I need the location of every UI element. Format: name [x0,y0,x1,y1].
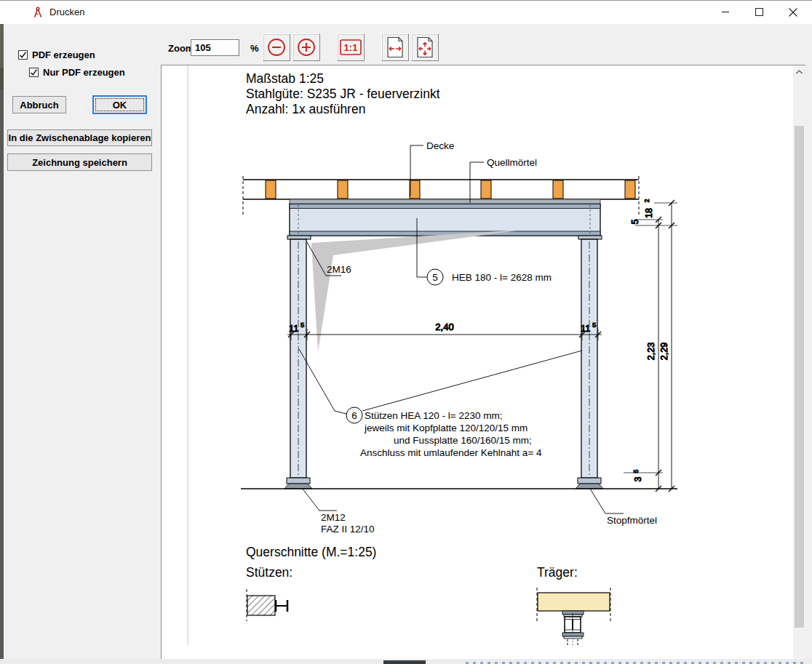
zoom-in-icon [296,37,317,57]
maximize-icon [755,8,763,16]
ok-button[interactable]: OK [92,95,147,114]
quellmoertel-layer [290,199,600,204]
pos6-bubble: 6 [351,410,357,421]
close-button[interactable] [776,1,809,23]
print-dialog-window: Drucken PDF erzeugen Nur PDF erzeugen Ab… [0,0,812,664]
zoom-out-icon [266,37,287,57]
dim-column-length: 2,23 [646,343,656,360]
one-to-one-text: 1:1 [344,42,358,53]
window-title: Drucken [49,7,84,17]
dim-base-gap-sup: 5 [632,469,640,473]
scroll-up-button[interactable] [793,65,805,78]
beam-heb180 [290,204,600,236]
close-icon [789,8,797,17]
weld-shading [311,230,523,352]
dimension-heights: 5 18 2 2,23 2,29 3 5 [624,199,677,492]
maximize-button[interactable] [743,1,776,23]
label-2m12: 2M12 [321,512,346,523]
pdf-erzeugen-checkbox[interactable] [18,50,28,60]
dim-col-width-left-sup: 5 [300,321,304,329]
sections-traeger-label: Träger: [537,565,578,580]
dim-col-width-left: 11 [289,323,299,334]
label-stopfmoertel: Stopfmörtel [607,515,657,526]
check-icon [19,51,27,59]
dim-beam-height: 18 [644,208,654,218]
cross-sections: Querschnitte (M.=1:25) Stützen: Träger: [246,545,610,645]
nur-pdf-label: Nur PDF erzeugen [43,67,125,78]
abbruch-button[interactable]: Abbruch [12,96,66,113]
dimension-span: 11 5 2,40 11 5 [287,321,602,340]
dim-total-height: 2,29 [659,343,669,360]
pdf-erzeugen-row: PDF erzeugen [18,49,95,60]
zoom-in-button[interactable] [292,33,320,61]
header-stahlguete: Stahlgüte: S235 JR - feuerverzinkt [246,87,440,101]
copy-to-clipboard-button[interactable]: In die Zwischenablage kopieren [7,129,152,146]
header-anzahl: Anzahl: 1x ausführen [246,102,365,116]
fit-width-button[interactable] [381,33,409,61]
pdf-erzeugen-label: PDF erzeugen [32,49,95,60]
ceiling-joists [266,180,635,199]
vertical-scrollbar[interactable] [793,65,805,664]
sections-title: Querschnitte (M.=1:25) [246,545,376,559]
background-dark-segment [383,660,426,664]
label-faz: FAZ II 12/10 [321,524,375,535]
check-icon [30,68,38,76]
percent-label: % [250,43,259,54]
technical-drawing: Maßstab 1:25 Stahlgüte: S235 JR - feuerv… [162,65,794,645]
dim-base-gap: 3 [633,476,643,481]
nur-pdf-row: Nur PDF erzeugen [29,67,125,78]
traeger-cross-section [537,588,610,645]
dim-span: 2,40 [435,321,453,332]
save-drawing-button[interactable]: Zeichnung speichern [7,153,152,171]
one-to-one-icon: 1:1 [340,39,362,55]
header-massstab: Maßstab 1:25 [246,71,324,86]
fit-page-icon [415,36,434,58]
label-pos6-line1: Stützen HEA 120 - l= 2230 mm; [365,410,502,421]
minimize-button[interactable] [709,1,742,23]
pos5-bubble: 5 [432,272,438,283]
dim-col-width-right-sup: 5 [592,321,596,329]
label-pos6-line2: jeweils mit Kopfplatte 120/120/15 mm [364,423,528,433]
fit-width-icon [386,36,405,58]
dialog-body: PDF erzeugen Nur PDF erzeugen Abbruch OK… [0,24,812,664]
label-pos5: HEB 180 - l= 2628 mm [452,272,552,283]
zoom-out-button[interactable] [263,33,290,61]
sections-stuetzen-label: Stützen: [246,565,292,580]
dim-head-gap: 5 [630,219,640,224]
background-taskbar-strip [0,659,812,664]
label-quellmoertel: Quellmörtel [487,157,537,168]
label-2m16: 2M16 [327,264,351,275]
print-preview-area: Maßstab 1:25 Stahlgüte: S235 JR - feuerv… [161,65,805,664]
fit-page-button[interactable] [411,33,439,61]
app-compass-icon [33,7,43,18]
label-pos6-line3: und Fussplatte 160/160/15 mm; [394,435,532,446]
zoom-input[interactable] [191,39,239,56]
drawing-header: Maßstab 1:25 Stahlgüte: S235 JR - feuerv… [246,71,440,116]
chevron-up-icon [796,70,803,74]
background-window-edge [0,24,4,664]
zoom-one-to-one-button[interactable]: 1:1 [337,33,365,61]
title-bar: Drucken [0,1,812,24]
minimize-icon [722,8,730,16]
stuetzen-cross-section [247,589,288,621]
label-pos6-line4: Anschluss mit umlaufender Kehlnaht a= 4 [360,447,542,458]
dim-beam-height-sup: 2 [643,199,650,202]
dim-col-width-right: 11 [581,323,591,334]
nur-pdf-checkbox[interactable] [29,68,39,77]
vertical-scroll-thumb[interactable] [795,126,804,628]
label-decke: Decke [426,140,454,151]
